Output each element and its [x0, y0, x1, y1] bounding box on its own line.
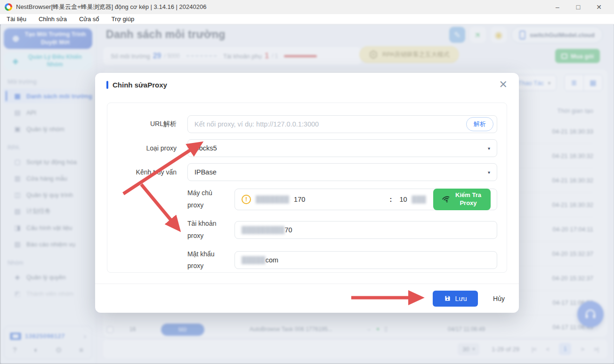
app-logo-icon [5, 3, 12, 11]
proxy-type-select[interactable]: Socks5 ▾ [187, 139, 497, 157]
proxy-account-input[interactable]: ▉▉▉▉▉▉▉▉▉ 70 [234, 221, 497, 239]
menu-item-help[interactable]: Trợ giúp [112, 16, 135, 23]
window-title: NestBrowser[蜂巢云盒+蜂巢浏览器] động cơ kép | 3.… [16, 3, 206, 11]
modal-header: Chỉnh sửaProxy ✕ [95, 73, 519, 96]
query-channel-select[interactable]: IPBase ▾ [187, 163, 497, 181]
query-channel-value: IPBase [194, 168, 217, 176]
url-parse-label: URL解析 [117, 120, 177, 128]
query-channel-label: Kênh truy vấn [117, 168, 177, 176]
host-redacted: ▉▉▉▉▉▉▉ [256, 196, 289, 203]
window-controls: – □ ✕ [547, 3, 609, 11]
minimize-button[interactable]: – [547, 3, 568, 11]
proxy-form-card: URL解析 解析 Loại proxy Socks5 ▾ [107, 103, 507, 273]
proxy-account-row: Tài khoản proxy ▉▉▉▉▉▉▉▉▉ 70 [117, 218, 497, 242]
proxy-url-input[interactable] [187, 115, 497, 133]
modal-body: URL解析 解析 Loại proxy Socks5 ▾ [95, 96, 519, 273]
query-channel-row: Kênh truy vấn IPBase ▾ [117, 163, 497, 181]
url-parse-row: URL解析 解析 [117, 115, 497, 133]
warning-icon: ! [242, 195, 251, 204]
password-redacted: ▉▉▉▉▉ [242, 256, 266, 264]
check-proxy-label: Kiểm Tra Proxy [454, 191, 483, 207]
proxy-type-value: Socks5 [194, 144, 217, 152]
proxy-password-label: Mật khẩu proxy [187, 248, 224, 273]
account-visible-suffix: 70 [284, 226, 292, 234]
save-disk-icon [444, 295, 451, 302]
parse-button[interactable]: 解析 [466, 117, 493, 131]
title-accent-bar [106, 81, 108, 89]
password-visible-suffix: com [266, 256, 278, 264]
caret-down-icon: ▾ [488, 170, 490, 175]
port-visible-prefix: 10 [399, 196, 407, 203]
close-modal-icon[interactable]: ✕ [499, 79, 508, 90]
app-window: NestBrowser[蜂巢云盒+蜂巢浏览器] động cơ kép | 3.… [0, 0, 614, 364]
menu-item-edit[interactable]: Chỉnh sửa [39, 16, 67, 23]
host-port-separator: : [390, 196, 392, 203]
title-bar: NestBrowser[蜂巢云盒+蜂巢浏览器] động cơ kép | 3.… [0, 0, 614, 14]
cancel-button[interactable]: Hủy [493, 295, 505, 302]
menu-item-file[interactable]: Tài liệu [7, 16, 26, 23]
proxy-host-row: Máy chủ proxy ! ▉▉▉▉▉▉▉ 170 : 10 ▉▉▉ [117, 187, 497, 212]
modal-title: Chỉnh sửaProxy [113, 81, 167, 89]
wifi-icon [440, 194, 452, 205]
menu-item-window[interactable]: Cửa sổ [79, 16, 99, 23]
menu-bar: Tài liệu Chỉnh sửa Cửa sổ Trợ giúp [0, 14, 614, 24]
proxy-type-label: Loại proxy [117, 144, 177, 152]
account-redacted: ▉▉▉▉▉▉▉▉▉ [242, 226, 284, 234]
proxy-account-label: Tài khoản proxy [187, 218, 224, 242]
save-button[interactable]: Lưu [433, 291, 478, 307]
proxy-password-row: Mật khẩu proxy ▉▉▉▉▉ com [117, 248, 497, 273]
edit-proxy-modal: Chỉnh sửaProxy ✕ URL解析 解析 Loại proxy [95, 73, 519, 313]
save-button-label: Lưu [455, 295, 467, 302]
port-redacted: ▉▉▉ [412, 196, 426, 203]
modal-footer: Lưu Hủy [95, 284, 519, 313]
caret-down-icon: ▾ [488, 146, 490, 151]
proxy-password-input[interactable]: ▉▉▉▉▉ com [234, 251, 497, 269]
maximize-button[interactable]: □ [568, 3, 589, 11]
proxy-type-row: Loại proxy Socks5 ▾ [117, 139, 497, 157]
host-visible-suffix: 170 [294, 196, 305, 203]
check-proxy-button[interactable]: Kiểm Tra Proxy [433, 189, 491, 210]
proxy-host-label: Máy chủ proxy [187, 187, 224, 212]
app-body: ⊕ Tạo Môi Trường Trình Duyệt Mới ◈ Quản … [0, 24, 614, 364]
close-window-button[interactable]: ✕ [589, 3, 609, 11]
